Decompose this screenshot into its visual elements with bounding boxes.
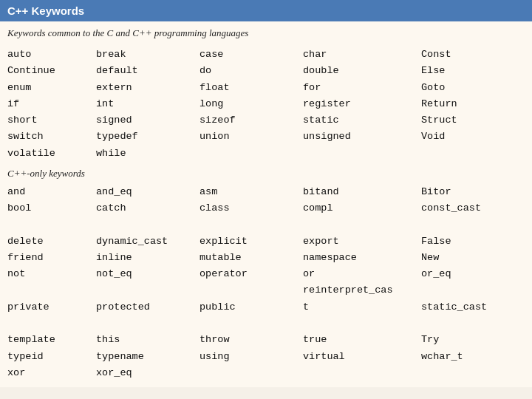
keyword: or_eq xyxy=(421,266,517,282)
keyword: New xyxy=(421,250,517,266)
c-col-4: char double for register static unsigned xyxy=(303,47,421,162)
keyword: long xyxy=(200,96,303,112)
cpp-col-2: and_eq catch dynamic_cast inline not_eq … xyxy=(96,184,200,381)
keyword: break xyxy=(96,47,200,63)
keyword: float xyxy=(200,80,303,96)
keyword: switch xyxy=(7,129,96,145)
keyword xyxy=(96,216,200,233)
keyword xyxy=(7,316,96,332)
c-col-5: Const Else Goto Return Struct Void xyxy=(421,47,517,162)
c-col-3: case do float long sizeof union xyxy=(200,47,303,162)
keyword: case xyxy=(200,47,303,63)
keyword: enum xyxy=(7,80,96,96)
keyword: auto xyxy=(7,47,96,63)
keyword: xor_eq xyxy=(96,365,200,381)
keyword: using xyxy=(200,349,303,365)
keyword xyxy=(96,282,200,299)
keyword: Return xyxy=(421,96,517,112)
keyword: volatile xyxy=(7,146,96,162)
keyword xyxy=(7,216,96,233)
keyword: typeid xyxy=(7,349,96,365)
keyword: signed xyxy=(96,112,200,129)
c-col-1: auto Continue enum if short switch volat… xyxy=(7,47,96,162)
keyword: double xyxy=(303,63,421,79)
keyword: wchar_t xyxy=(421,349,517,365)
keyword: False xyxy=(421,233,517,250)
keyword: Continue xyxy=(7,63,96,79)
keyword xyxy=(200,316,303,332)
keyword: or xyxy=(303,266,421,282)
cpp-col-3: asm class explicit mutable operator publ… xyxy=(200,184,303,381)
subtitle: Keywords common to the C and C++ program… xyxy=(7,27,525,39)
keyword xyxy=(96,316,200,332)
keyword: bitand xyxy=(303,184,421,200)
keyword: static_cast xyxy=(421,299,517,316)
keyword: mutable xyxy=(200,250,303,266)
cpp-col-5: Bitor const_cast False New or_eq static_… xyxy=(421,184,517,381)
cpp-col-4: bitand compl export namespace or reinter… xyxy=(303,184,421,381)
keyword: and xyxy=(7,184,96,200)
keyword: compl xyxy=(303,200,421,216)
keyword: virtual xyxy=(303,349,421,365)
keyword: class xyxy=(200,200,303,216)
keyword: export xyxy=(303,233,421,250)
keyword: private xyxy=(7,299,96,316)
keyword: char xyxy=(303,47,421,63)
keyword: default xyxy=(96,63,200,79)
keyword: union xyxy=(200,129,303,145)
keyword: typename xyxy=(96,349,200,365)
keyword: true xyxy=(303,332,421,348)
keyword: friend xyxy=(7,250,96,266)
cpp-col-1: and bool delete friend not private templ… xyxy=(7,184,96,381)
keyword: dynamic_cast xyxy=(96,233,200,250)
keyword: not xyxy=(7,266,96,282)
keyword: this xyxy=(96,332,200,348)
keyword xyxy=(200,282,303,299)
keyword: xor xyxy=(7,365,96,381)
keyword: Void xyxy=(421,129,517,145)
keyword xyxy=(7,282,96,299)
c-col-2: break default extern int signed typedef … xyxy=(96,47,200,162)
header: C++ Keywords xyxy=(0,0,532,21)
keyword: unsigned xyxy=(303,129,421,145)
keyword: if xyxy=(7,96,96,112)
keyword: extern xyxy=(96,80,200,96)
keyword: for xyxy=(303,80,421,96)
keyword: Struct xyxy=(421,112,517,129)
cpp-keywords-grid: and bool delete friend not private templ… xyxy=(7,184,525,381)
keyword: catch xyxy=(96,200,200,216)
keyword: explicit xyxy=(200,233,303,250)
keyword: public xyxy=(200,299,303,316)
keyword: namespace xyxy=(303,250,421,266)
keyword: sizeof xyxy=(200,112,303,129)
keyword: reinterpret_cas xyxy=(303,282,421,299)
keyword: delete xyxy=(7,233,96,250)
keyword: const_cast xyxy=(421,200,517,216)
keyword xyxy=(303,216,421,233)
keyword: t xyxy=(303,299,421,316)
keyword: template xyxy=(7,332,96,348)
keyword: Bitor xyxy=(421,184,517,200)
keyword: while xyxy=(96,146,200,162)
keyword: and_eq xyxy=(96,184,200,200)
keyword: typedef xyxy=(96,129,200,145)
keyword: bool xyxy=(7,200,96,216)
keyword: inline xyxy=(96,250,200,266)
keyword: static xyxy=(303,112,421,129)
keyword: int xyxy=(96,96,200,112)
keyword: do xyxy=(200,63,303,79)
keyword xyxy=(303,316,421,332)
keyword xyxy=(421,316,517,332)
keyword: register xyxy=(303,96,421,112)
keyword: Goto xyxy=(421,80,517,96)
keyword: Else xyxy=(421,63,517,79)
keyword: Const xyxy=(421,47,517,63)
keyword: protected xyxy=(96,299,200,316)
keyword: short xyxy=(7,112,96,129)
keyword xyxy=(421,282,517,299)
header-title: C++ Keywords xyxy=(7,4,84,17)
c-keywords-grid: auto Continue enum if short switch volat… xyxy=(7,47,525,162)
keyword: operator xyxy=(200,266,303,282)
keyword: asm xyxy=(200,184,303,200)
keyword: throw xyxy=(200,332,303,348)
